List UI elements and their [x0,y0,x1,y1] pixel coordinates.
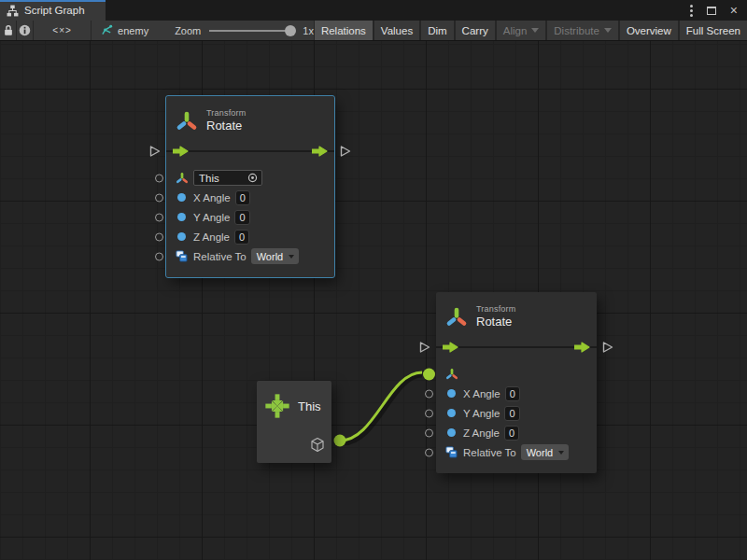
node-header: This [257,381,331,420]
z-angle-port[interactable] [425,428,433,437]
wire-source-port[interactable] [334,435,346,447]
target-object-field[interactable]: This [193,170,262,186]
enum-type-icon [175,250,189,262]
node-rows: This X Angle 0 [166,161,334,277]
graph-canvas[interactable]: Transform Rotate [0,41,747,560]
toolbar-middle: enemy Zoom 1x [92,21,315,40]
node-rotate-2[interactable]: Transform Rotate [436,292,597,473]
relative-to-dropdown[interactable]: World [521,444,570,460]
caret-down-icon [604,28,612,33]
x-angle-row: X Angle 0 [175,188,326,207]
x-angle-label: X Angle [193,192,231,203]
zoom-slider[interactable] [209,30,293,32]
relative-to-port[interactable] [155,252,163,260]
z-angle-input[interactable]: 0 [504,426,519,441]
transform-mini-icon [175,172,189,185]
close-icon[interactable]: × [730,4,738,17]
header-separator [166,150,334,152]
target-input-port[interactable] [155,174,163,182]
y-angle-port[interactable] [425,409,433,417]
distribute-button[interactable]: Distribute [547,21,618,40]
relative-to-row: Relative To World [444,442,588,462]
this-node-label: This [298,399,321,413]
info-button[interactable] [17,21,34,40]
tab-bar: Script Graph × [0,0,747,21]
relative-to-value: World [257,251,284,262]
flow-input-port[interactable] [419,342,430,353]
y-angle-port[interactable] [155,213,163,221]
target-input-port-connected[interactable] [423,368,435,380]
target-row [444,364,588,384]
y-angle-input[interactable]: 0 [234,210,249,225]
zoom-label: Zoom [175,25,201,36]
x-angle-input[interactable]: 0 [235,190,250,205]
enum-type-icon [444,446,458,458]
transform-icon [176,110,198,133]
relative-to-label: Relative To [193,251,247,262]
flow-row [166,141,334,161]
zoom-slider-handle[interactable] [285,25,296,36]
gameobject-cube-icon [310,437,325,453]
tab-label: Script Graph [24,5,85,16]
x-angle-row: X Angle 0 [444,384,588,403]
graph-hierarchy-icon [7,5,19,17]
flow-in-arrow-icon [173,146,189,157]
x-angle-input[interactable]: 0 [505,386,520,401]
caret-down-icon [531,28,539,33]
overview-button[interactable]: Overview [620,21,678,40]
y-angle-input[interactable]: 0 [504,406,519,421]
lock-icon [3,24,14,36]
relative-to-value: World [527,447,554,458]
relative-to-dropdown[interactable]: World [251,248,300,264]
flow-in-arrow-icon [443,342,458,353]
lock-button[interactable] [0,21,17,40]
node-category: Transform [206,108,246,118]
flow-row [436,337,597,357]
flow-output-port[interactable] [602,342,613,353]
x-angle-label: X Angle [463,388,500,399]
window-menu-icon[interactable] [690,5,693,17]
dim-button[interactable]: Dim [421,21,453,40]
object-picker-icon[interactable] [247,173,258,183]
node-rotate-1[interactable]: Transform Rotate [166,96,334,277]
z-angle-port[interactable] [155,232,163,241]
node-category: Transform [476,304,515,314]
y-angle-label: Y Angle [193,212,230,223]
align-button[interactable]: Align [497,21,546,40]
carry-button[interactable]: Carry [456,21,495,40]
values-button[interactable]: Values [374,21,419,40]
float-type-icon [447,389,456,398]
header-separator [436,346,597,348]
target-object-value: This [199,173,219,184]
node-header: Transform Rotate [436,292,597,337]
node-this[interactable]: This [257,381,331,463]
relations-button[interactable]: Relations [315,21,373,40]
relative-to-row: Relative To World [175,246,326,266]
node-titles: Transform Rotate [476,304,515,329]
float-type-icon [177,193,186,202]
caret-down-icon [289,255,294,259]
flow-out-arrow-icon [574,342,590,353]
edit-graph-button[interactable]: <×> [34,21,92,40]
x-angle-port[interactable] [425,389,433,398]
z-angle-row: Z Angle 0 [444,423,588,442]
fullscreen-button[interactable]: Full Screen [680,21,747,40]
connection-wire[interactable] [340,372,422,441]
graph-name-label: enemy [118,25,148,36]
flow-input-port[interactable] [149,146,161,157]
node-rows: X Angle 0 Y Angle 0 Z Angle 0 [436,357,597,473]
z-angle-input[interactable]: 0 [234,230,249,245]
tab-script-graph[interactable]: Script Graph [0,0,106,21]
script-graph-window: Script Graph × <×> [0,0,747,560]
maximize-icon[interactable] [707,7,716,15]
flow-output-port[interactable] [340,146,351,157]
graph-reference[interactable]: enemy [101,24,148,36]
x-angle-port[interactable] [155,193,163,202]
node-title: Rotate [476,314,515,329]
this-self-icon [263,392,291,420]
relative-to-label: Relative To [463,447,516,458]
float-type-icon [447,409,456,417]
transform-mini-icon [444,368,458,381]
info-icon [19,24,31,36]
relative-to-port[interactable] [425,448,433,456]
